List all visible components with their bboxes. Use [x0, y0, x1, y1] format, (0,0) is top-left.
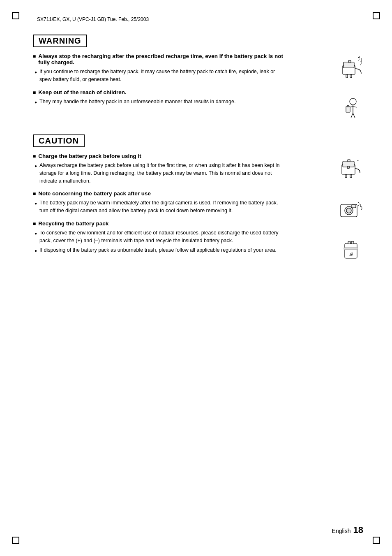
- svg-rect-16: [348, 60, 351, 63]
- svg-rect-14: [350, 74, 352, 78]
- svg-rect-33: [344, 248, 358, 250]
- warning-illustrations: [334, 53, 367, 123]
- warning-heading-1: Always stop the recharging after the pre…: [33, 53, 288, 65]
- warning-content: Always stop the recharging after the pre…: [33, 53, 367, 123]
- page: SX711/EX, GX, U (VPC-J1 GB) Tue. Feb., 2…: [0, 0, 392, 556]
- warning-illus-2: [334, 94, 367, 123]
- caution-bullet-3-0: To conserve the environment and for effi…: [35, 229, 288, 245]
- warning-bullet-2-0: They may handle the battery pack in an u…: [35, 98, 288, 106]
- warning-heading-2: Keep out of the reach of children.: [33, 89, 288, 95]
- svg-rect-32: [351, 241, 354, 244]
- caution-illus-1: [334, 153, 367, 182]
- corner-mark-top-left: [12, 12, 26, 26]
- caution-content: Charge the battery pack before using it …: [33, 153, 367, 264]
- caution-subsection-2: Note concerning the battery pack after u…: [33, 190, 288, 215]
- footer-page-number: 18: [353, 525, 363, 535]
- svg-rect-2: [12, 12, 19, 19]
- svg-point-28: [346, 208, 351, 213]
- corner-mark-top-right: [366, 12, 380, 26]
- svg-rect-30: [345, 243, 357, 258]
- svg-rect-19: [347, 105, 349, 107]
- svg-rect-8: [12, 537, 19, 544]
- svg-rect-24: [348, 160, 350, 162]
- warning-title: WARNING: [33, 35, 87, 47]
- caution-illus-3: [334, 235, 367, 264]
- warning-subsection-1: Always stop the recharging after the pre…: [33, 53, 288, 83]
- svg-point-17: [350, 98, 356, 105]
- caution-bullet-1-0: Always recharge the battery pack before …: [35, 162, 288, 185]
- svg-rect-15: [344, 62, 354, 68]
- caution-subsection-1: Charge the battery pack before using it …: [33, 153, 288, 185]
- caution-heading-2: Note concerning the battery pack after u…: [33, 190, 288, 197]
- caution-bullet-2-0: The battery pack may be warm immediately…: [35, 199, 288, 215]
- corner-mark-bottom-left: [12, 530, 26, 544]
- caution-section: CAUTION Charge the battery pack before u…: [33, 134, 367, 264]
- caution-title: CAUTION: [33, 134, 85, 147]
- svg-rect-13: [346, 74, 348, 78]
- svg-rect-21: [345, 174, 347, 178]
- caution-illustrations: [334, 153, 367, 264]
- warning-bullet-1-0: If you continue to recharge the battery …: [35, 68, 288, 83]
- caution-text: Charge the battery pack before using it …: [33, 153, 288, 260]
- svg-point-25: [347, 166, 350, 169]
- corner-mark-bottom-right: [366, 530, 380, 544]
- warning-illus-1: [334, 53, 367, 82]
- caution-subsection-3: Recycling the battery pack To conserve t…: [33, 220, 288, 254]
- caution-illus-2: [334, 194, 367, 223]
- caution-bullet-3-1: If disposing of the battery pack as unbu…: [35, 246, 288, 254]
- warning-section: WARNING Always stop the recharging after…: [33, 35, 367, 123]
- svg-rect-11: [373, 537, 380, 544]
- warning-text: Always stop the recharging after the pre…: [33, 53, 288, 111]
- svg-rect-18: [346, 107, 350, 112]
- footer-language: English: [332, 528, 351, 534]
- caution-heading-3: Recycling the battery pack: [33, 220, 288, 227]
- svg-rect-29: [352, 205, 356, 208]
- svg-rect-5: [373, 12, 380, 19]
- caution-heading-1: Charge the battery pack before using it: [33, 153, 288, 159]
- svg-rect-31: [348, 241, 350, 244]
- svg-rect-22: [350, 174, 352, 178]
- footer: English 18: [332, 525, 363, 535]
- warning-subsection-2: Keep out of the reach of children. They …: [33, 89, 288, 106]
- header-meta: SX711/EX, GX, U (VPC-J1 GB) Tue. Feb., 2…: [37, 16, 367, 22]
